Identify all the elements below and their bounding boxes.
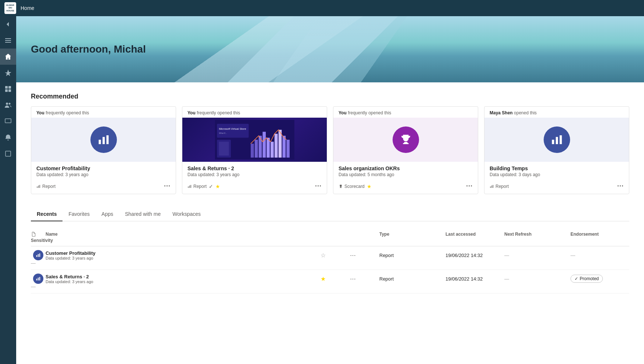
card-icon xyxy=(544,126,570,153)
row-more-button[interactable]: ⋯ xyxy=(350,252,356,259)
row-more-cell: ⋯ xyxy=(350,275,379,282)
row-next-refresh: — xyxy=(504,253,570,258)
svg-rect-44 xyxy=(39,253,40,257)
card-reason-bold: You xyxy=(36,110,44,115)
card-customer-profitability[interactable]: You frequently opened this Customer Prof… xyxy=(31,106,176,194)
bar-chart-icon xyxy=(36,276,41,281)
card-more-button[interactable]: ··· xyxy=(466,182,473,190)
chart-svg: Microsoft Virtual Store What If... xyxy=(190,120,320,160)
sidebar-item-monitor[interactable] xyxy=(0,113,16,129)
svg-point-8 xyxy=(9,103,11,105)
card-reason-text: opened this xyxy=(514,110,537,115)
star-icon: ★ xyxy=(215,183,220,189)
table-row[interactable]: Sales & Returns · 2 Data updated: 3 year… xyxy=(31,270,629,293)
report-icon xyxy=(490,184,494,189)
chart-thumbnail: Microsoft Virtual Store What If... xyxy=(182,118,327,162)
tab-recents[interactable]: Recents xyxy=(31,207,62,221)
card-reason: You frequently opened this xyxy=(182,107,327,118)
card-name: Sales organization OKRs xyxy=(339,165,473,171)
row-icon xyxy=(33,250,43,260)
svg-rect-9 xyxy=(5,119,11,123)
svg-rect-29 xyxy=(275,134,278,158)
card-meta: Data updated: 3 years ago xyxy=(187,172,322,177)
table-header: Name Type Last accessed Next Refresh End… xyxy=(31,229,629,246)
card-reason-text: frequently opened this xyxy=(197,110,240,115)
row-star-cell: ☆ xyxy=(321,252,350,259)
content-area: Recommended You frequently opened this C… xyxy=(16,82,644,304)
svg-rect-2 xyxy=(5,42,11,43)
svg-rect-36 xyxy=(552,140,554,144)
card-footer: Report ··· xyxy=(31,180,176,194)
sidebar-item-people[interactable] xyxy=(0,97,16,113)
row-name-cell: Customer Profitability Data updated: 3 y… xyxy=(46,250,321,260)
card-sales-org-okrs[interactable]: You frequently opened this Sales organiz… xyxy=(333,106,478,194)
card-meta: Data updated: 3 days ago xyxy=(490,172,624,177)
row-more-button[interactable]: ⋯ xyxy=(350,275,356,282)
card-name: Sales & Returns · 2 xyxy=(187,165,322,171)
card-sales-returns-2[interactable]: You frequently opened this Microsoft Vir… xyxy=(182,106,327,194)
sidebar-item-notifications[interactable] xyxy=(0,129,16,146)
svg-rect-34 xyxy=(189,185,190,188)
card-footer: Scorecard ★ ··· xyxy=(333,180,478,194)
row-star-cell: ★ xyxy=(321,275,350,282)
svg-rect-11 xyxy=(99,140,101,144)
star-icon-filled: ★ xyxy=(367,183,372,189)
row-last-accessed: 19/06/2022 14:32 xyxy=(446,276,504,282)
sidebar-item-back[interactable] xyxy=(0,16,16,32)
svg-text:Microsoft Virtual Store: Microsoft Virtual Store xyxy=(219,127,246,131)
svg-rect-15 xyxy=(38,185,39,188)
col-next-refresh-header: Next Refresh xyxy=(504,232,570,238)
svg-rect-41 xyxy=(493,185,494,188)
table-row[interactable]: Customer Profitability Data updated: 3 y… xyxy=(31,246,629,270)
sidebar-item-browse[interactable] xyxy=(0,81,16,97)
tab-apps[interactable]: Apps xyxy=(96,207,119,221)
tab-workspaces[interactable]: Workspaces xyxy=(167,207,207,221)
star-button[interactable]: ☆ xyxy=(321,252,326,259)
certified-icon: ✓ xyxy=(209,183,213,189)
sidebar-item-favorites[interactable] xyxy=(0,65,16,81)
svg-rect-37 xyxy=(556,137,558,144)
row-icon-cell xyxy=(31,250,46,260)
sidebar-item-menu[interactable] xyxy=(0,32,16,49)
card-more-button[interactable]: ··· xyxy=(315,182,322,190)
hero-banner: Good afternoon, Michal xyxy=(16,16,644,82)
topbar: ELMARSKIHOUSE Home xyxy=(0,0,644,16)
svg-rect-35 xyxy=(191,185,192,188)
row-sensitivity: — xyxy=(31,284,46,289)
tab-favorites[interactable]: Favorites xyxy=(62,207,96,221)
col-icon xyxy=(31,232,46,238)
svg-text:What If...: What If... xyxy=(219,132,227,134)
svg-rect-6 xyxy=(8,89,11,92)
card-more-button[interactable]: ··· xyxy=(164,182,171,190)
main-content: Good afternoon, Michal Recommended You f… xyxy=(16,16,644,364)
card-building-temps[interactable]: Maya Shen opened this Building Temps Dat… xyxy=(484,106,629,194)
sidebar-item-scorecard[interactable] xyxy=(0,146,16,162)
col-type-header: Type xyxy=(379,232,446,238)
card-more-button[interactable]: ··· xyxy=(617,182,624,190)
row-last-accessed: 19/06/2022 14:32 xyxy=(446,253,504,258)
promoted-badge: ✓ Promoted xyxy=(570,275,603,283)
report-icon xyxy=(36,184,41,189)
row-icon-cell xyxy=(31,274,46,284)
row-endorsement: ✓ Promoted xyxy=(570,275,629,283)
tabs-bar: Recents Favorites Apps Shared with me Wo… xyxy=(31,207,629,221)
svg-rect-38 xyxy=(559,135,562,144)
svg-rect-42 xyxy=(36,255,37,257)
svg-rect-12 xyxy=(103,137,105,144)
svg-rect-46 xyxy=(38,278,39,281)
card-meta: Data updated: 5 months ago xyxy=(339,172,473,177)
card-footer: Report ✓ ★ ··· xyxy=(182,180,327,194)
card-type-row: Scorecard ★ xyxy=(339,183,372,189)
card-reason: You frequently opened this xyxy=(333,107,478,118)
tab-shared-with-me[interactable]: Shared with me xyxy=(119,207,167,221)
col-sensitivity-header: Sensitivity xyxy=(31,238,46,243)
card-thumbnail: Microsoft Virtual Store What If... xyxy=(182,118,327,162)
svg-rect-33 xyxy=(188,186,189,188)
sidebar xyxy=(0,0,16,364)
star-button[interactable]: ★ xyxy=(321,275,326,282)
sidebar-item-home[interactable] xyxy=(0,49,16,65)
bar-chart-icon xyxy=(36,253,41,258)
card-type: Scorecard xyxy=(339,184,365,189)
svg-rect-13 xyxy=(106,135,108,144)
card-icon xyxy=(393,126,419,153)
